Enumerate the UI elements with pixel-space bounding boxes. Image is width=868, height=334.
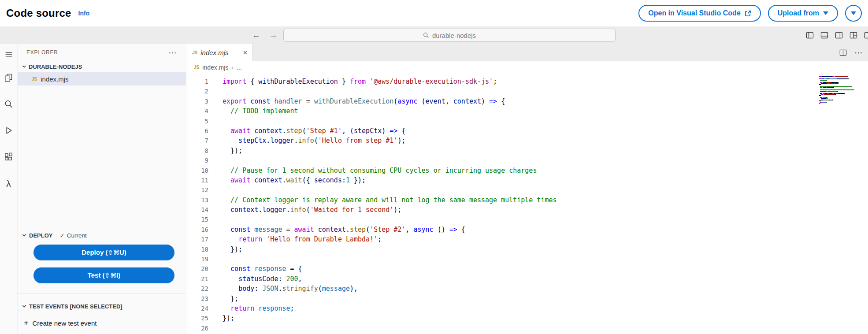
lambda-test-events-icon[interactable]: λ xyxy=(4,178,14,189)
history-nav: ← → xyxy=(252,26,278,44)
sidebar-spacer xyxy=(18,85,186,226)
code-text: }; xyxy=(208,294,238,304)
code-area[interactable]: 1import { withDurableExecution } from '@… xyxy=(186,74,868,334)
page-title: Code source xyxy=(6,7,71,19)
code-line[interactable]: 9 xyxy=(186,156,868,165)
test-events-label: TEST EVENTS [NONE SELECTED] xyxy=(29,303,122,310)
code-line[interactable]: 26 xyxy=(186,323,868,333)
editor-more-icon[interactable]: ⋯ xyxy=(854,48,863,57)
upload-from-button[interactable]: Upload from xyxy=(768,5,838,22)
code-line[interactable]: 1import { withDurableExecution } from '@… xyxy=(186,77,868,86)
deploy-status: ✓ Current xyxy=(59,232,86,239)
breadcrumb[interactable]: JS index.mjs › ... xyxy=(186,61,868,74)
line-number: 1 xyxy=(186,77,208,86)
split-editor-icon[interactable] xyxy=(839,48,847,57)
line-number: 12 xyxy=(186,185,208,195)
file-name: index.mjs xyxy=(41,75,68,83)
explorer-header: EXPLORER ⋯ xyxy=(18,44,186,61)
code-line[interactable]: 8 }); xyxy=(186,146,868,156)
minimap[interactable] xyxy=(819,76,855,105)
run-debug-icon[interactable] xyxy=(4,125,14,136)
code-text: }); xyxy=(208,313,234,323)
code-line[interactable]: 25}); xyxy=(186,313,868,323)
line-number: 9 xyxy=(186,156,208,165)
tab-bar: JS index.mjs ✕ ⋯ xyxy=(186,44,868,61)
code-line[interactable]: 22 body: JSON.stringify(message), xyxy=(186,284,868,293)
breadcrumb-separator-icon: › xyxy=(231,64,234,71)
line-number: 10 xyxy=(186,166,208,175)
customize-layout-icon[interactable] xyxy=(849,31,858,40)
tab-close-icon[interactable]: ✕ xyxy=(243,49,248,56)
code-line[interactable]: 11 await context.wait({ seconds:1 }); xyxy=(186,175,868,185)
code-line[interactable]: 13 // Context logger is replay aware and… xyxy=(186,195,868,205)
code-line[interactable]: 6 await context.step('Step #1', (stepCtx… xyxy=(186,126,868,136)
line-number: 22 xyxy=(186,284,208,293)
nav-forward-icon[interactable]: → xyxy=(269,30,278,40)
code-line[interactable]: 18 }); xyxy=(186,245,868,254)
line-number: 13 xyxy=(186,195,208,205)
code-text: stepCtx.logger.info('Hello from step #1'… xyxy=(208,136,405,145)
line-number: 14 xyxy=(186,205,208,215)
deploy-button[interactable]: Deploy (⇧⌘U) xyxy=(33,245,174,260)
code-line[interactable]: 14 context.logger.info('Waited for 1 sec… xyxy=(186,205,868,215)
code-line[interactable]: 17 return 'Hello from Durable Lambda!'; xyxy=(186,234,868,244)
code-line[interactable]: 12 xyxy=(186,185,868,195)
code-line[interactable]: 3export const handler = withDurableExecu… xyxy=(186,96,868,106)
breadcrumb-file: index.mjs xyxy=(202,64,228,71)
code-line[interactable]: 19 xyxy=(186,254,868,264)
toggle-primary-sidebar-icon[interactable] xyxy=(805,31,814,40)
code-line[interactable]: 21 statusCode: 200, xyxy=(186,274,868,284)
deploy-section-header[interactable]: DEPLOY ✓ Current xyxy=(18,229,186,242)
tree-file-index-mjs[interactable]: JS index.mjs xyxy=(18,72,186,85)
command-center[interactable]: durable-nodejs xyxy=(283,29,616,42)
check-icon: ✓ xyxy=(59,232,64,239)
open-in-vscode-button[interactable]: Open in Visual Studio Code xyxy=(638,5,761,22)
line-number: 24 xyxy=(186,304,208,313)
explorer-more-icon[interactable]: ⋯ xyxy=(168,48,177,57)
code-text: }); xyxy=(208,245,242,254)
nav-back-icon[interactable]: ← xyxy=(252,30,260,40)
code-line[interactable]: 7 stepCtx.logger.info('Hello from step #… xyxy=(186,136,868,145)
test-events-section: TEST EVENTS [NONE SELECTED] + Create new… xyxy=(18,293,186,334)
info-link[interactable]: Info xyxy=(78,10,90,17)
collapse-code-source-button[interactable] xyxy=(845,5,862,22)
create-test-event-label: Create new test event xyxy=(33,319,97,327)
line-number: 20 xyxy=(186,264,208,274)
code-line[interactable]: 15 xyxy=(186,215,868,224)
code-text: import { withDurableExecution } from '@a… xyxy=(208,77,497,86)
code-text xyxy=(208,254,223,264)
code-text: // Context logger is replay aware and wi… xyxy=(208,195,557,205)
clipped-edge-icon[interactable] xyxy=(864,31,868,40)
explorer-title: EXPLORER xyxy=(26,49,58,56)
code-line[interactable]: 10 // Pause for 1 second without consumi… xyxy=(186,166,868,175)
code-line[interactable]: 2 xyxy=(186,86,868,96)
line-number: 21 xyxy=(186,274,208,284)
code-text xyxy=(208,116,223,126)
explorer-icon[interactable] xyxy=(4,72,14,83)
code-line[interactable]: 4 // TODO implement xyxy=(186,106,868,116)
code-line[interactable]: 24 return response; xyxy=(186,304,868,313)
toggle-panel-icon[interactable] xyxy=(820,31,829,40)
breadcrumb-more: ... xyxy=(237,64,242,71)
search-icon xyxy=(423,32,429,38)
test-events-header[interactable]: TEST EVENTS [NONE SELECTED] xyxy=(18,300,186,313)
code-text: const message = await context.step('Step… xyxy=(208,225,465,234)
menu-icon[interactable] xyxy=(4,49,14,60)
search-sidebar-icon[interactable] xyxy=(4,99,14,109)
code-text xyxy=(208,215,223,224)
code-line[interactable]: 16 const message = await context.step('S… xyxy=(186,225,868,234)
extensions-icon[interactable] xyxy=(4,152,14,162)
create-test-event-button[interactable]: + Create new test event xyxy=(18,316,186,330)
toggle-secondary-sidebar-icon[interactable] xyxy=(835,31,843,40)
test-button[interactable]: Test (⇧⌘I) xyxy=(33,267,174,283)
line-number: 11 xyxy=(186,175,208,185)
tree-folder-durable-nodejs[interactable]: DURABLE-NODEJS xyxy=(18,61,186,72)
code-text: return 'Hello from Durable Lambda!'; xyxy=(208,234,382,244)
code-line[interactable]: 20 const response = { xyxy=(186,264,868,274)
external-link-icon xyxy=(745,10,751,17)
tab-index-mjs[interactable]: JS index.mjs ✕ xyxy=(186,44,252,61)
code-line[interactable]: 5 xyxy=(186,116,868,126)
code-text: const response = { xyxy=(208,264,302,274)
line-number: 26 xyxy=(186,323,208,333)
code-line[interactable]: 23 }; xyxy=(186,294,868,304)
